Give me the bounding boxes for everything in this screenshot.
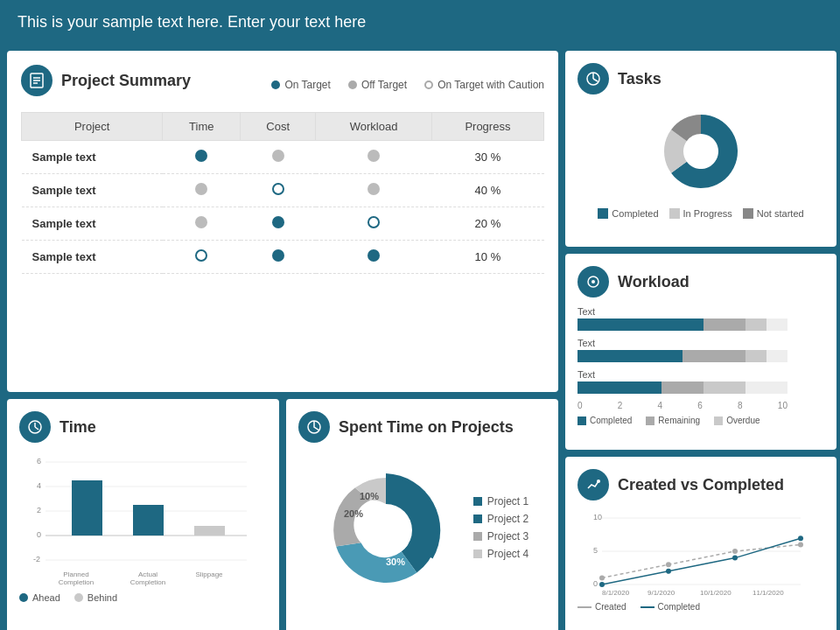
created-vs-completed-header: Created vs Completed [578, 469, 824, 500]
legend-not-started: Not started [743, 208, 804, 219]
project4-legend: Project 4 [473, 548, 528, 560]
svg-text:Completion: Completion [59, 578, 94, 586]
workload-bar-label: Text [578, 338, 824, 348]
bottom-row: Time 6 4 2 0 -2 [7, 399, 558, 630]
workload-legend: Completed Remaining Overdue [578, 416, 824, 425]
row-project-name: Sample text [22, 141, 163, 174]
row-workload [316, 174, 432, 207]
completed-color [598, 208, 608, 219]
workload-remaining-bar [662, 382, 704, 394]
workload-bar-track [578, 382, 788, 394]
spent-time-icon [298, 411, 330, 443]
created-vs-completed-card: Created vs Completed 10 5 0 8/1/2020 9/1… [565, 457, 836, 630]
time-legend-ahead: Ahead [19, 592, 60, 603]
row-project-name: Sample text [22, 241, 163, 274]
time-bar-chart: 6 4 2 0 -2 [19, 452, 256, 587]
svg-point-27 [798, 536, 803, 541]
time-legend-behind: Behind [74, 592, 117, 603]
row-cost [241, 141, 316, 174]
row-project-name: Sample text [22, 174, 163, 207]
dashboard: Project Summary On Target Off Target On … [0, 44, 840, 630]
created-line-color [578, 606, 592, 608]
project-summary-icon [21, 65, 52, 96]
table-header-row: Project Time Cost Workload Progress [22, 113, 544, 141]
in-progress-color [669, 208, 680, 219]
svg-text:2: 2 [37, 506, 41, 514]
workload-overdue-bar [746, 350, 766, 362]
created-vs-completed-title: Created vs Completed [618, 476, 784, 494]
row-time [163, 174, 241, 207]
svg-point-8 [592, 280, 595, 284]
slippage-bar [194, 526, 225, 536]
workload-bar-label: Text [578, 369, 824, 380]
legend-completed: Completed [598, 208, 658, 219]
workload-bar-track [578, 318, 788, 331]
off-target-dot [348, 80, 357, 89]
donut-chart: 40% 30% 20% 10% [316, 460, 456, 600]
workload-legend-remaining: Remaining [646, 416, 700, 425]
svg-line-30 [35, 427, 38, 430]
workload-axis: 0246810 [578, 401, 788, 410]
donut-chart-area: 40% 30% 20% 10% Project 1 Project 2 [298, 452, 546, 609]
row-cost [241, 241, 316, 274]
time-header: Time [19, 411, 267, 443]
col-progress: Progress [431, 113, 543, 141]
legend-completed-line: Completed [640, 602, 700, 612]
legend-group: On Target Off Target On Target with Caut… [271, 79, 544, 91]
svg-text:6: 6 [37, 457, 41, 466]
col-cost: Cost [241, 113, 316, 141]
project-table: Project Time Cost Workload Progress Samp… [21, 112, 544, 274]
project1-legend: Project 1 [473, 495, 528, 508]
spent-time-card: Spent Time on Projects [286, 399, 558, 630]
project3-legend: Project 3 [473, 530, 528, 542]
behind-dot [74, 593, 83, 602]
legend-in-progress: In Progress [669, 208, 732, 219]
project-summary-card: Project Summary On Target Off Target On … [7, 51, 558, 392]
col-workload: Workload [316, 113, 432, 141]
svg-point-9 [597, 480, 600, 483]
table-row: Sample text20 % [22, 207, 544, 241]
line-chart-legend: Created Completed [578, 602, 824, 612]
workload-bar-row: Text [578, 338, 824, 362]
time-legend: Ahead Behind [19, 592, 267, 603]
workload-chart: TextTextText0246810 Completed Remaining … [578, 306, 824, 425]
workload-completed-bar [578, 382, 662, 394]
legend-created: Created [578, 602, 626, 612]
not-started-color [743, 208, 753, 219]
svg-text:5: 5 [593, 546, 598, 555]
workload-overdue-bar [704, 382, 746, 394]
row-time [163, 141, 241, 174]
spent-time-header: Spent Time on Projects [298, 411, 546, 443]
col-time: Time [163, 113, 241, 141]
table-row: Sample text10 % [22, 241, 544, 274]
time-chart-area: 6 4 2 0 -2 [19, 452, 267, 603]
svg-point-21 [666, 562, 671, 567]
tasks-header: Tasks [578, 63, 824, 94]
workload-legend-completed: Completed [578, 416, 632, 425]
svg-text:Slippage: Slippage [195, 570, 223, 578]
time-icon [19, 411, 51, 443]
svg-text:10/1/2020: 10/1/2020 [700, 589, 732, 597]
svg-text:20%: 20% [344, 508, 363, 519]
tasks-title: Tasks [618, 70, 662, 88]
svg-text:10%: 10% [360, 491, 379, 501]
tasks-pie-chart [644, 103, 758, 200]
svg-text:4: 4 [37, 481, 41, 490]
workload-card: Workload TextTextText0246810 Completed R… [565, 254, 836, 450]
svg-point-48 [360, 504, 412, 556]
legend-on-target: On Target [271, 79, 330, 91]
spent-time-title: Spent Time on Projects [339, 418, 514, 437]
workload-header: Workload [578, 266, 824, 298]
svg-text:10: 10 [593, 513, 602, 522]
svg-text:8/1/2020: 8/1/2020 [602, 589, 630, 597]
project1-color [473, 497, 482, 506]
project3-color [473, 532, 482, 541]
table-row: Sample text40 % [22, 174, 544, 207]
row-time [163, 207, 241, 241]
svg-point-24 [599, 582, 605, 587]
line-chart: 10 5 0 8/1/2020 9/1/2020 10/1/2020 11/1/… [578, 509, 805, 597]
project4-color [473, 550, 482, 558]
header-text: This is your sample text here. Enter you… [18, 13, 366, 32]
planned-bar [72, 480, 102, 536]
svg-text:Actual: Actual [138, 570, 158, 578]
